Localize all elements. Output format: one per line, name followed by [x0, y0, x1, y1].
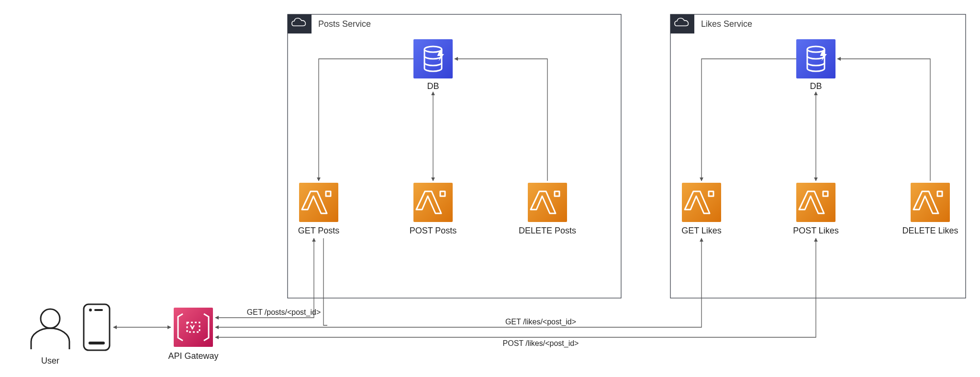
likes-service-title: Likes Service — [701, 19, 752, 29]
route-get-posts: GET /posts/<post_id> — [247, 308, 321, 317]
route-post-likes: POST /likes/<post_id> — [503, 339, 579, 348]
likes-get-lambda — [682, 183, 721, 222]
svg-rect-18 — [89, 342, 105, 344]
likes-delete-lambda — [911, 183, 950, 222]
posts-db — [413, 39, 453, 78]
posts-delete-lambda — [528, 183, 567, 222]
user-label: User — [41, 356, 59, 366]
posts-db-label: DB — [427, 81, 439, 91]
posts-service-title: Posts Service — [318, 19, 371, 29]
svg-rect-0 — [288, 14, 621, 298]
posts-post-lambda — [413, 183, 453, 222]
likes-post-lambda — [796, 183, 835, 222]
svg-rect-8 — [670, 14, 694, 33]
route-get-likes: GET /likes/<post_id> — [505, 318, 576, 326]
user-icon — [31, 309, 69, 349]
likes-db — [796, 39, 835, 78]
likes-db-label: DB — [810, 81, 822, 91]
svg-point-14 — [41, 309, 60, 328]
svg-rect-17 — [94, 309, 103, 311]
posts-delete-label: DELETE Posts — [519, 226, 576, 235]
posts-get-lambda — [299, 183, 338, 222]
svg-point-16 — [89, 309, 92, 311]
api-gateway-label: API Gateway — [168, 351, 218, 361]
likes-post-label: POST Likes — [793, 226, 839, 235]
likes-get-label: GET Likes — [681, 226, 722, 235]
phone-icon — [84, 304, 110, 350]
posts-service-container: Posts Service DB GET Posts POST Posts — [288, 14, 621, 298]
api-gateway — [174, 308, 213, 347]
svg-rect-1 — [288, 14, 312, 33]
posts-post-label: POST Posts — [410, 226, 457, 235]
likes-delete-label: DELETE Likes — [902, 226, 958, 235]
likes-service-container: Likes Service DB GET Likes POST Likes — [670, 14, 966, 298]
posts-get-label: GET Posts — [298, 226, 340, 235]
